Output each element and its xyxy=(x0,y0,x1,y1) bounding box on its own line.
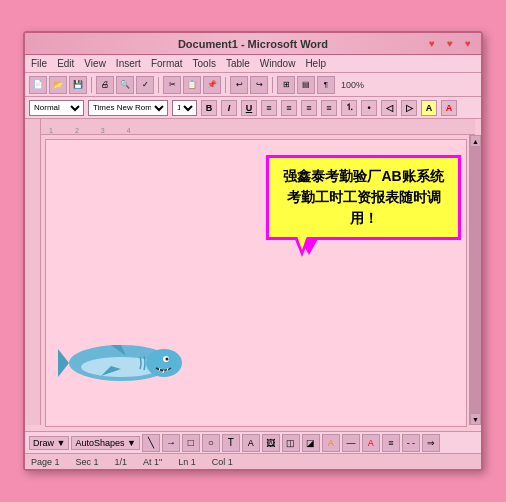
left-ruler xyxy=(25,119,41,425)
draw-label[interactable]: Draw ▼ xyxy=(29,436,69,450)
bold-btn[interactable]: B xyxy=(201,100,217,116)
speech-bubble: 强鑫泰考勤验厂AB账系统考勤工时工资报表随时调用！ xyxy=(266,155,461,240)
menu-view[interactable]: View xyxy=(84,58,106,69)
app-window: Document1 - Microsoft Word ♥ ♥ ♥ File Ed… xyxy=(23,31,483,471)
3d-icon[interactable]: ◪ xyxy=(302,434,320,452)
svg-marker-2 xyxy=(58,349,69,377)
numbering-btn[interactable]: ⒈ xyxy=(341,100,357,116)
shark-image xyxy=(56,321,186,391)
maximize-btn[interactable]: ♥ xyxy=(443,37,457,51)
table-icon[interactable]: ⊞ xyxy=(277,76,295,94)
align-center-btn[interactable]: ≡ xyxy=(281,100,297,116)
scroll-up-btn[interactable]: ▲ xyxy=(470,135,481,147)
status-page: Page 1 xyxy=(31,457,60,467)
window-title: Document1 - Microsoft Word xyxy=(178,38,328,50)
title-bar: Document1 - Microsoft Word ♥ ♥ ♥ xyxy=(25,33,481,55)
menu-window[interactable]: Window xyxy=(260,58,296,69)
copy-icon[interactable]: 📋 xyxy=(183,76,201,94)
menu-edit[interactable]: Edit xyxy=(57,58,74,69)
status-at: At 1" xyxy=(143,457,162,467)
wordart-icon[interactable]: A xyxy=(242,434,260,452)
standard-toolbar: 📄 📂 💾 🖨 🔍 ✓ ✂ 📋 📌 ↩ ↪ ⊞ ▤ ¶ 100% xyxy=(25,73,481,97)
oval-icon[interactable]: ○ xyxy=(202,434,220,452)
svg-point-7 xyxy=(166,358,169,361)
menu-table[interactable]: Table xyxy=(226,58,250,69)
status-sec: Sec 1 xyxy=(76,457,99,467)
status-col: Col 1 xyxy=(212,457,233,467)
linecolor-icon[interactable]: — xyxy=(342,434,360,452)
open-icon[interactable]: 📂 xyxy=(49,76,67,94)
ruler-ticks: 1 2 3 4 xyxy=(41,119,131,134)
menu-file[interactable]: File xyxy=(31,58,47,69)
preview-icon[interactable]: 🔍 xyxy=(116,76,134,94)
font-select[interactable]: Times New Roman xyxy=(88,100,168,116)
cut-icon[interactable]: ✂ xyxy=(163,76,181,94)
arrowstyle-icon[interactable]: ⇒ xyxy=(422,434,440,452)
window-controls: ♥ ♥ ♥ xyxy=(425,37,475,51)
document-area: 1 2 3 4 ▲ ▼ xyxy=(25,119,481,431)
scroll-down-btn[interactable]: ▼ xyxy=(470,413,481,425)
justify-btn[interactable]: ≡ xyxy=(321,100,337,116)
toolbar-sep-1 xyxy=(91,77,92,93)
draw-toolbar: Draw ▼ AutoShapes ▼ ╲ → □ ○ T A 🖼 ◫ ◪ A … xyxy=(25,431,481,453)
print-icon[interactable]: 🖨 xyxy=(96,76,114,94)
status-bar: Page 1 Sec 1 1/1 At 1" Ln 1 Col 1 xyxy=(25,453,481,469)
speech-bubble-text: 强鑫泰考勤验厂AB账系统考勤工时工资报表随时调用！ xyxy=(283,168,443,226)
tick-1: 1 xyxy=(49,127,53,134)
menu-bar: File Edit View Insert Format Tools Table… xyxy=(25,55,481,73)
menu-insert[interactable]: Insert xyxy=(116,58,141,69)
shadow-icon[interactable]: ◫ xyxy=(282,434,300,452)
indent-decrease-btn[interactable]: ◁ xyxy=(381,100,397,116)
vertical-scrollbar[interactable]: ▲ ▼ xyxy=(469,135,481,425)
close-btn[interactable]: ♥ xyxy=(461,37,475,51)
size-select[interactable]: 12 xyxy=(172,100,197,116)
align-right-btn[interactable]: ≡ xyxy=(301,100,317,116)
italic-btn[interactable]: I xyxy=(221,100,237,116)
toolbar-sep-2 xyxy=(158,77,159,93)
save-icon[interactable]: 💾 xyxy=(69,76,87,94)
top-ruler: 1 2 3 4 xyxy=(41,119,475,135)
clipart-icon[interactable]: 🖼 xyxy=(262,434,280,452)
bullets-btn[interactable]: • xyxy=(361,100,377,116)
menu-tools[interactable]: Tools xyxy=(193,58,216,69)
underline-btn[interactable]: U xyxy=(241,100,257,116)
arrow-icon[interactable]: → xyxy=(162,434,180,452)
para-icon[interactable]: ¶ xyxy=(317,76,335,94)
align-left-btn[interactable]: ≡ xyxy=(261,100,277,116)
toolbar-sep-4 xyxy=(272,77,273,93)
tick-4: 4 xyxy=(127,127,131,134)
rect-icon[interactable]: □ xyxy=(182,434,200,452)
scroll-thumb[interactable] xyxy=(470,147,481,413)
svg-point-5 xyxy=(146,349,182,377)
textbox-icon[interactable]: T xyxy=(222,434,240,452)
toolbar-sep-3 xyxy=(225,77,226,93)
zoom-level: 100% xyxy=(341,80,364,90)
status-pages: 1/1 xyxy=(115,457,128,467)
highlight-btn[interactable]: A xyxy=(421,100,437,116)
style-select[interactable]: Normal xyxy=(29,100,84,116)
indent-increase-btn[interactable]: ▷ xyxy=(401,100,417,116)
tick-2: 2 xyxy=(75,127,79,134)
dashstyle-icon[interactable]: - - xyxy=(402,434,420,452)
spell-icon[interactable]: ✓ xyxy=(136,76,154,94)
font-color-btn[interactable]: A xyxy=(441,100,457,116)
columns-icon[interactable]: ▤ xyxy=(297,76,315,94)
formatting-bar: Normal Times New Roman 12 B I U ≡ ≡ ≡ ≡ … xyxy=(25,97,481,119)
linestyle-icon[interactable]: ≡ xyxy=(382,434,400,452)
fillcolor-icon[interactable]: A xyxy=(322,434,340,452)
fontcolor-icon[interactable]: A xyxy=(362,434,380,452)
new-icon[interactable]: 📄 xyxy=(29,76,47,94)
menu-help[interactable]: Help xyxy=(305,58,326,69)
autoshapes-label[interactable]: AutoShapes ▼ xyxy=(71,436,139,450)
undo-icon[interactable]: ↩ xyxy=(230,76,248,94)
tick-3: 3 xyxy=(101,127,105,134)
redo-icon[interactable]: ↪ xyxy=(250,76,268,94)
menu-format[interactable]: Format xyxy=(151,58,183,69)
page-canvas[interactable]: 强鑫泰考勤验厂AB账系统考勤工时工资报表随时调用！ xyxy=(45,139,467,427)
line-icon[interactable]: ╲ xyxy=(142,434,160,452)
status-ln: Ln 1 xyxy=(178,457,196,467)
paste-icon[interactable]: 📌 xyxy=(203,76,221,94)
minimize-btn[interactable]: ♥ xyxy=(425,37,439,51)
